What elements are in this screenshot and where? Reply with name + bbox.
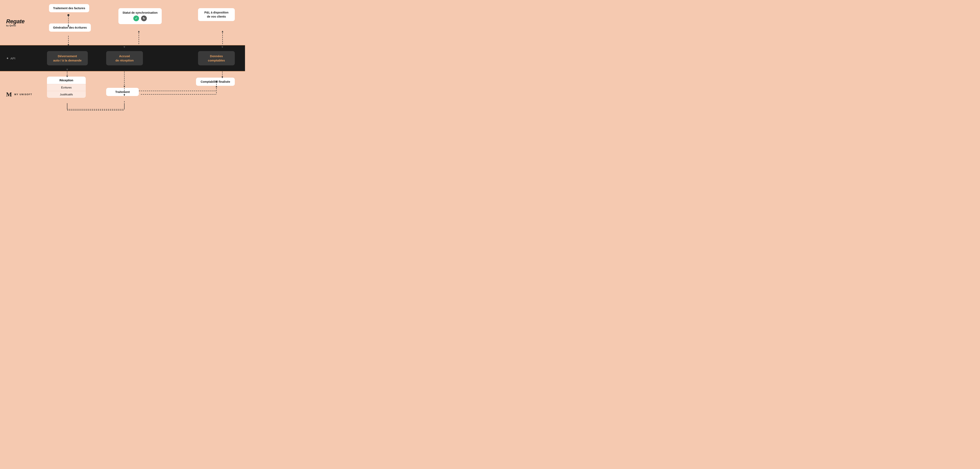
svg-marker-5 xyxy=(221,46,223,48)
unisoft-m-letter: M xyxy=(6,91,12,98)
box-donnees-comptables: Données comptables xyxy=(198,51,235,65)
check-icon: ✓ xyxy=(133,16,139,21)
box-generation-ecritures: Génération des écritures xyxy=(49,24,91,32)
unisoft-logo: M MY UNISOFT xyxy=(6,91,32,98)
comptabilite-label: Comptabilité finalisée xyxy=(201,80,230,83)
middle-section: ✦ API Déversement auto / à la demande Ac… xyxy=(0,45,245,72)
reception-justificatifs: Justificatifs xyxy=(47,91,86,98)
box-traitement-factures: Traitement des factures xyxy=(49,4,89,12)
regate-logo: Regate by Qonto xyxy=(6,18,24,27)
unisoft-name: MY UNISOFT xyxy=(14,93,32,96)
accuse-line1: Accusé xyxy=(111,54,138,58)
sync-icon: ↻ xyxy=(141,16,147,21)
svg-point-0 xyxy=(67,14,69,16)
reception-title: Réception xyxy=(47,77,86,84)
svg-marker-9 xyxy=(124,86,125,88)
api-text: API xyxy=(10,57,15,60)
box-traitement-label: Traitement des factures xyxy=(53,6,85,10)
deversement-line2: auto / à la demande xyxy=(52,58,83,62)
box-accuse-reception: Accusé de réception xyxy=(106,51,143,65)
box-traitement-bottom: Traitement xyxy=(106,88,139,96)
regate-brand-sub: by Qonto xyxy=(6,24,16,27)
statut-icons: ✓ ↻ xyxy=(123,16,158,21)
regate-brand-name: Regate xyxy=(6,18,24,25)
diagram-container: Regate by Qonto Traitement des factures … xyxy=(0,0,245,117)
api-label: ✦ API xyxy=(6,56,15,60)
box-pl: P&L à disposition de vos clients xyxy=(198,8,235,21)
box-statut-synchro: Statut de synchronisation ✓ ↻ xyxy=(118,8,162,24)
api-icon: ✦ xyxy=(6,56,9,60)
top-section: Regate by Qonto Traitement des factures … xyxy=(0,0,245,45)
accuse-line2: de réception xyxy=(111,58,138,62)
bottom-section: M MY UNISOFT Réception Écritures Justifi… xyxy=(0,72,245,117)
svg-marker-4 xyxy=(124,46,125,48)
donnees-line2: comptables xyxy=(203,58,230,62)
reception-sub-boxes: Écritures Justificatifs xyxy=(47,84,86,98)
box-deversement: Déversement auto / à la demande xyxy=(47,51,88,65)
statut-label: Statut de synchronisation xyxy=(123,11,158,14)
reception-ecritures: Écritures xyxy=(47,84,86,91)
donnees-line1: Données xyxy=(203,54,230,58)
traitement-label: Traitement xyxy=(115,90,130,94)
ecritures-label: Écritures xyxy=(61,86,72,89)
pl-line1: P&L à disposition xyxy=(202,11,231,15)
box-comptabilite: Comptabilité finalisée xyxy=(196,78,235,86)
box-generation-label: Génération des écritures xyxy=(53,26,87,29)
reception-title-text: Réception xyxy=(59,79,73,82)
justificatifs-label: Justificatifs xyxy=(60,93,73,96)
pl-line2: de vos clients xyxy=(202,15,231,19)
reception-group: Réception Écritures Justificatifs xyxy=(47,77,86,98)
svg-marker-3 xyxy=(66,69,68,70)
deversement-line1: Déversement xyxy=(52,54,83,58)
